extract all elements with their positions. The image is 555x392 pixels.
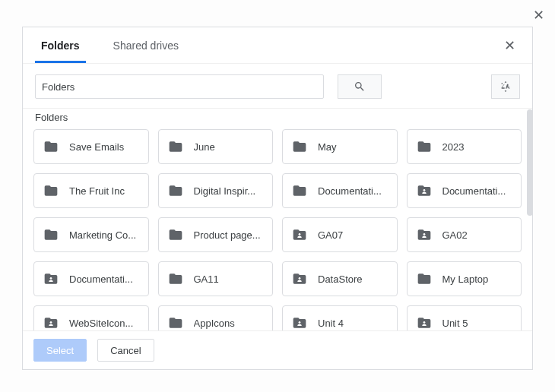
folder-item[interactable]: Marketing Co... [33,217,149,252]
folder-item[interactable]: GA11 [158,261,274,296]
folder-label: GA11 [194,273,219,285]
dialog-close-icon[interactable]: ✕ [499,35,520,56]
tab-label: Shared drives [113,40,179,52]
folder-label: June [194,141,215,153]
folder-label: Documentati... [69,273,133,285]
folder-item[interactable]: Documentati... [282,173,398,208]
folder-icon [43,227,59,242]
svg-point-6 [299,321,301,324]
folder-grid: Save EmailsJuneMay2023The Fruit IncDigit… [33,129,522,330]
shared-folder-icon [417,227,432,242]
shared-folder-icon [292,315,307,330]
folder-picker-dialog: Folders Shared drives ✕ Folders Save Ema… [22,27,533,370]
scrollbar[interactable] [527,109,533,216]
folder-item[interactable]: Documentati... [33,261,149,296]
folder-item[interactable]: 2023 [407,129,522,164]
folder-item[interactable]: Digital Inspir... [158,173,274,208]
folder-item[interactable]: My Laptop [407,261,522,296]
folder-icon [168,139,183,154]
folder-item[interactable]: Save Emails [33,129,149,164]
folder-item[interactable]: May [282,129,398,164]
folder-label: Marketing Co... [69,229,136,241]
folder-item[interactable]: Unit 5 [407,305,522,330]
shared-folder-icon [292,227,307,242]
folder-icon [168,271,183,286]
folder-label: 2023 [442,141,465,153]
tab-folders[interactable]: Folders [35,29,86,62]
button-label: Cancel [110,345,141,356]
svg-point-7 [423,321,425,324]
button-label: Select [46,345,74,356]
svg-point-2 [423,233,425,236]
folder-label: May [318,141,337,153]
tab-label: Folders [41,40,80,52]
shared-folder-icon [43,315,59,330]
folder-label: Unit 5 [442,318,468,329]
sort-az-icon [500,81,512,93]
svg-point-3 [50,277,52,280]
folder-icon [292,139,307,154]
folder-label: GA02 [442,229,468,241]
search-bar [23,64,532,109]
close-icon[interactable]: ✕ [531,8,546,23]
shared-folder-icon [417,183,432,198]
dialog-footer: Select Cancel [23,330,532,369]
close-glyph: ✕ [504,37,515,54]
folder-label: WebSiteIcon... [69,318,133,329]
folder-item[interactable]: GA02 [407,217,522,252]
folder-label: Unit 4 [318,318,344,329]
folder-icon [292,183,307,198]
tab-shared-drives[interactable]: Shared drives [107,29,185,62]
folder-icon [168,315,183,330]
folder-item[interactable]: Documentati... [407,173,522,208]
folder-icon [417,271,432,286]
shared-folder-icon [417,315,432,330]
folder-label: DataStore [318,273,363,285]
folder-label: Product page... [194,229,261,241]
folder-item[interactable]: June [158,129,274,164]
folder-label: Digital Inspir... [194,185,256,197]
folder-item[interactable]: Unit 4 [282,305,398,330]
shared-folder-icon [43,271,59,286]
cancel-button[interactable]: Cancel [97,339,154,362]
folder-item[interactable]: AppIcons [158,305,274,330]
folder-icon [43,139,59,154]
folder-grid-wrap: Save EmailsJuneMay2023The Fruit IncDigit… [23,129,532,330]
select-button[interactable]: Select [33,339,87,362]
folder-label: Save Emails [69,141,124,153]
search-input[interactable] [35,74,324,99]
folder-label: Documentati... [318,185,382,197]
folder-label: My Laptop [442,273,489,285]
svg-point-1 [299,233,301,236]
shared-folder-icon [292,271,307,286]
folder-label: AppIcons [194,318,235,329]
svg-point-4 [299,277,301,280]
folder-item[interactable]: WebSiteIcon... [33,305,149,330]
tabs: Folders Shared drives ✕ [23,27,532,64]
svg-point-0 [423,189,425,191]
folder-item[interactable]: The Fruit Inc [33,173,149,208]
folder-item[interactable]: GA07 [282,217,398,252]
folder-item[interactable]: Product page... [158,217,274,252]
svg-point-5 [50,321,52,324]
folder-icon [168,227,183,242]
folder-label: GA07 [318,229,343,241]
folder-label: Documentati... [442,185,506,197]
folder-icon [168,183,183,198]
folder-icon [417,139,432,154]
folder-icon [43,183,59,198]
search-icon [354,81,366,93]
sort-button[interactable] [491,74,520,99]
close-glyph: ✕ [533,7,544,24]
search-button[interactable] [338,74,382,99]
section-label: Folders [23,109,532,129]
folder-item[interactable]: DataStore [282,261,398,296]
folder-label: The Fruit Inc [69,185,125,197]
